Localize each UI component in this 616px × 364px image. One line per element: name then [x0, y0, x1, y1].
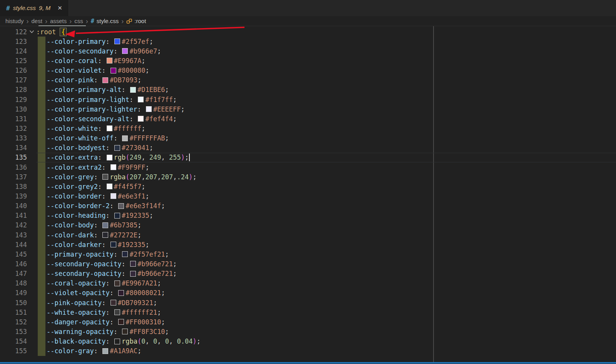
color-swatch[interactable] [138, 97, 144, 102]
color-swatch[interactable] [114, 309, 120, 315]
color-swatch[interactable] [122, 135, 128, 141]
line-number[interactable]: 123 [0, 38, 27, 45]
color-swatch[interactable] [118, 319, 124, 325]
tab-style-css[interactable]: # style.css 9, M ✕ [0, 0, 69, 16]
breadcrumb-item-histudy[interactable]: histudy [5, 18, 24, 24]
code-line[interactable]: 133--color-white-off: #FFFFFFAB; [0, 134, 616, 143]
color-swatch[interactable] [130, 271, 136, 277]
line-number[interactable]: 155 [0, 347, 27, 355]
code-line[interactable]: 124--color-secondary: #b966e7; [0, 46, 616, 56]
line-number[interactable]: 151 [0, 309, 27, 316]
code-line[interactable]: 141--color-heading: #192335; [0, 211, 616, 220]
line-number[interactable]: 125 [0, 57, 27, 65]
color-swatch[interactable] [102, 174, 108, 180]
line-number[interactable]: 134 [0, 144, 27, 152]
fold-chevron-icon[interactable] [27, 29, 36, 35]
line-number[interactable]: 129 [0, 96, 27, 104]
breadcrumb-item-css[interactable]: css [74, 18, 83, 24]
breadcrumb-item-symbol-root[interactable]: :root [126, 18, 146, 24]
line-number[interactable]: 138 [0, 183, 27, 190]
code-line[interactable]: 128--color-primary-alt: #D1EBE6; [0, 85, 616, 95]
code-line[interactable]: 146--secondary-opacity: #b966e721; [0, 259, 616, 269]
code-line[interactable]: 139--color-border: #e6e3f1; [0, 191, 616, 201]
code-line[interactable]: 147--secondary-opacity: #b966e721; [0, 269, 616, 279]
code-line[interactable]: 136--color-extra2: #F9F9FF; [0, 162, 616, 172]
line-number[interactable]: 143 [0, 231, 27, 239]
line-number[interactable]: 141 [0, 212, 27, 219]
color-swatch[interactable] [122, 329, 128, 334]
color-swatch[interactable] [146, 106, 152, 112]
color-swatch[interactable] [107, 58, 112, 63]
line-number[interactable]: 135 [0, 154, 27, 161]
color-swatch[interactable] [114, 281, 120, 286]
line-number[interactable]: 147 [0, 270, 27, 277]
color-swatch[interactable] [107, 125, 112, 131]
line-number[interactable]: 139 [0, 192, 27, 200]
code-line[interactable]: 138--color-grey2: #f4f5f7; [0, 182, 616, 191]
code-line[interactable]: 145--primary-opacity: #2f57ef21; [0, 249, 616, 259]
close-icon[interactable]: ✕ [56, 4, 64, 12]
code-line[interactable]: 132--color-white: #ffffff; [0, 124, 616, 133]
color-swatch[interactable] [114, 145, 120, 151]
line-number[interactable]: 149 [0, 289, 27, 297]
code-line[interactable]: 152--danger-opacity: #FF000310; [0, 317, 616, 327]
line-number[interactable]: 140 [0, 202, 27, 210]
line-number[interactable]: 137 [0, 173, 27, 181]
line-number[interactable]: 136 [0, 164, 27, 171]
color-swatch[interactable] [107, 155, 112, 160]
color-swatch[interactable] [130, 87, 136, 93]
color-swatch[interactable] [130, 261, 136, 267]
line-number[interactable]: 144 [0, 241, 27, 249]
color-swatch[interactable] [102, 348, 108, 354]
line-number[interactable]: 122 [0, 28, 27, 36]
line-number[interactable]: 142 [0, 221, 27, 229]
line-number[interactable]: 133 [0, 134, 27, 142]
color-swatch[interactable] [118, 203, 124, 209]
line-number[interactable]: 132 [0, 125, 27, 132]
code-line[interactable]: 144--color-darker: #192335; [0, 240, 616, 249]
color-swatch[interactable] [110, 164, 116, 170]
code-line[interactable]: 129--color-primary-light: #f1f7ff; [0, 95, 616, 104]
code-line[interactable]: 155--color-gray: #A1A9AC; [0, 346, 616, 356]
line-number[interactable]: 130 [0, 105, 27, 113]
line-number[interactable]: 152 [0, 318, 27, 326]
line-number[interactable]: 131 [0, 115, 27, 123]
line-number[interactable]: 153 [0, 328, 27, 336]
breadcrumb-item-file[interactable]: # style.css [91, 18, 119, 25]
color-swatch[interactable] [110, 242, 116, 247]
color-swatch[interactable] [102, 222, 108, 228]
line-number[interactable]: 146 [0, 260, 27, 268]
code-line[interactable]: 151--white-opacity: #ffffff21; [0, 307, 616, 317]
code-editor[interactable]: 122:root{123--color-primary: #2f57ef;124… [0, 26, 616, 364]
color-swatch[interactable] [118, 290, 124, 296]
line-number[interactable]: 124 [0, 47, 27, 55]
color-swatch[interactable] [110, 68, 116, 73]
code-line[interactable]: 130--color-primary-lighter: #EEEEFF; [0, 104, 616, 114]
color-swatch[interactable] [102, 77, 108, 83]
breadcrumb-item-assets[interactable]: assets [50, 18, 67, 24]
code-line[interactable]: 153--warning-opacity: #FF8F3C10; [0, 327, 616, 336]
color-swatch[interactable] [114, 339, 120, 344]
color-swatch[interactable] [114, 213, 120, 219]
code-line[interactable]: 123--color-primary: #2f57ef; [0, 37, 616, 46]
color-swatch[interactable] [122, 48, 128, 54]
code-line[interactable]: 135--color-extra: rgb(249, 249, 255); [0, 153, 616, 162]
code-line[interactable]: 142--color-body: #6b7385; [0, 220, 616, 230]
code-line[interactable]: 126--color-violet: #800080; [0, 66, 616, 75]
line-number[interactable]: 148 [0, 279, 27, 287]
code-line[interactable]: 131--color-secondary-alt: #fef4f4; [0, 114, 616, 124]
code-line[interactable]: 154--black-opacity: rgba(0, 0, 0, 0.04); [0, 337, 616, 346]
line-number[interactable]: 126 [0, 67, 27, 74]
code-line[interactable]: 125--color-coral: #E9967A; [0, 56, 616, 65]
breadcrumb-item-dest[interactable]: dest [32, 18, 42, 24]
color-swatch[interactable] [114, 38, 120, 44]
code-line[interactable]: 148--coral-opacity: #E9967A21; [0, 279, 616, 288]
line-number[interactable]: 127 [0, 76, 27, 84]
line-number[interactable]: 154 [0, 337, 27, 345]
color-swatch[interactable] [110, 193, 116, 199]
color-swatch[interactable] [110, 300, 116, 306]
line-number[interactable]: 145 [0, 250, 27, 258]
color-swatch[interactable] [107, 184, 112, 189]
color-swatch[interactable] [122, 251, 128, 257]
code-line[interactable]: 134--color-bodyest: #273041; [0, 143, 616, 153]
